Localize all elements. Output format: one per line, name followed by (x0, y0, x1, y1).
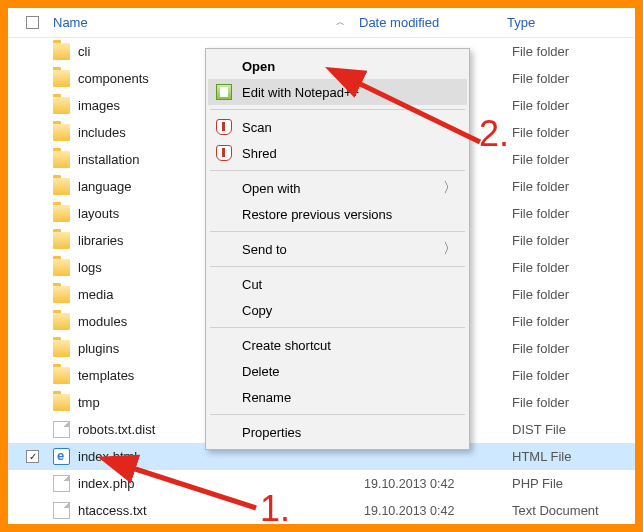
file-explorer-window: Name ︿ Date modified Type cliFile folder… (8, 8, 635, 524)
shield-icon (216, 145, 232, 161)
menu-item[interactable]: Cut (208, 271, 467, 297)
menu-item-label: Delete (242, 364, 280, 379)
file-name: htaccess.txt (78, 503, 358, 518)
menu-item[interactable]: Scan (208, 114, 467, 140)
file-type: File folder (506, 260, 635, 275)
file-type: File folder (506, 287, 635, 302)
menu-item-label: Scan (242, 120, 272, 135)
submenu-arrow-icon: 〉 (443, 179, 457, 197)
menu-item-label: Rename (242, 390, 291, 405)
file-type: File folder (506, 98, 635, 113)
file-type: File folder (506, 179, 635, 194)
menu-item-label: Properties (242, 425, 301, 440)
folder-icon (53, 124, 70, 141)
file-date: 19.10.2013 0:42 (358, 477, 506, 491)
menu-item-label: Open with (242, 181, 301, 196)
submenu-arrow-icon: 〉 (443, 240, 457, 258)
menu-item-label: Send to (242, 242, 287, 257)
sort-ascending-icon: ︿ (336, 16, 345, 29)
column-header-row: Name ︿ Date modified Type (8, 8, 635, 38)
folder-icon (53, 394, 70, 411)
menu-item[interactable]: Shred (208, 140, 467, 166)
column-type-label: Type (507, 15, 535, 30)
file-type: File folder (506, 152, 635, 167)
folder-icon (53, 97, 70, 114)
menu-item-label: Cut (242, 277, 262, 292)
file-date: 19.10.2013 0:42 (358, 504, 506, 518)
menu-separator (210, 414, 465, 415)
file-type: File folder (506, 125, 635, 140)
folder-icon (53, 151, 70, 168)
menu-separator (210, 231, 465, 232)
menu-item[interactable]: Edit with Notepad++ (208, 79, 467, 105)
folder-icon (53, 259, 70, 276)
file-type: HTML File (506, 449, 635, 464)
menu-item[interactable]: Create shortcut (208, 332, 467, 358)
file-name: index.php (78, 476, 358, 491)
file-type: File folder (506, 44, 635, 59)
folder-icon (53, 340, 70, 357)
menu-item[interactable]: Open with〉 (208, 175, 467, 201)
folder-icon (53, 286, 70, 303)
menu-item-label: Shred (242, 146, 277, 161)
select-all-checkbox[interactable] (26, 16, 39, 29)
file-row[interactable]: htaccess.txt19.10.2013 0:42Text Document (8, 497, 635, 524)
menu-separator (210, 266, 465, 267)
menu-separator (210, 327, 465, 328)
file-type: File folder (506, 368, 635, 383)
file-type: File folder (506, 341, 635, 356)
notepadpp-icon (216, 84, 232, 100)
file-icon (53, 475, 70, 492)
menu-item[interactable]: Properties (208, 419, 467, 445)
column-date-label: Date modified (359, 15, 439, 30)
file-type: File folder (506, 233, 635, 248)
html-file-icon (53, 448, 70, 465)
file-type: DIST File (506, 422, 635, 437)
folder-icon (53, 313, 70, 330)
file-row[interactable]: index.php19.10.2013 0:42PHP File (8, 470, 635, 497)
file-type: File folder (506, 395, 635, 410)
file-icon (53, 502, 70, 519)
folder-icon (53, 367, 70, 384)
file-type: File folder (506, 71, 635, 86)
column-header-type[interactable]: Type (501, 15, 635, 30)
column-name-label: Name (53, 15, 88, 30)
shield-icon (216, 119, 232, 135)
folder-icon (53, 205, 70, 222)
context-menu: OpenEdit with Notepad++ScanShredOpen wit… (205, 48, 470, 450)
file-name: index.html (78, 449, 358, 464)
file-type: File folder (506, 206, 635, 221)
menu-item-label: Restore previous versions (242, 207, 392, 222)
column-header-date[interactable]: Date modified (353, 15, 501, 30)
menu-separator (210, 170, 465, 171)
menu-item-label: Edit with Notepad++ (242, 85, 359, 100)
row-checkbox[interactable]: ✓ (26, 450, 39, 463)
folder-icon (53, 178, 70, 195)
folder-icon (53, 232, 70, 249)
file-icon (53, 421, 70, 438)
menu-item[interactable]: Delete (208, 358, 467, 384)
menu-item[interactable]: Rename (208, 384, 467, 410)
folder-icon (53, 43, 70, 60)
file-type: PHP File (506, 476, 635, 491)
menu-item[interactable]: Restore previous versions (208, 201, 467, 227)
menu-item-label: Open (242, 59, 275, 74)
column-header-name[interactable]: Name ︿ (8, 15, 353, 30)
menu-separator (210, 109, 465, 110)
menu-item[interactable]: Open (208, 53, 467, 79)
menu-item-label: Copy (242, 303, 272, 318)
menu-item-label: Create shortcut (242, 338, 331, 353)
file-type: File folder (506, 314, 635, 329)
menu-item[interactable]: Send to〉 (208, 236, 467, 262)
menu-item[interactable]: Copy (208, 297, 467, 323)
folder-icon (53, 70, 70, 87)
file-type: Text Document (506, 503, 635, 518)
